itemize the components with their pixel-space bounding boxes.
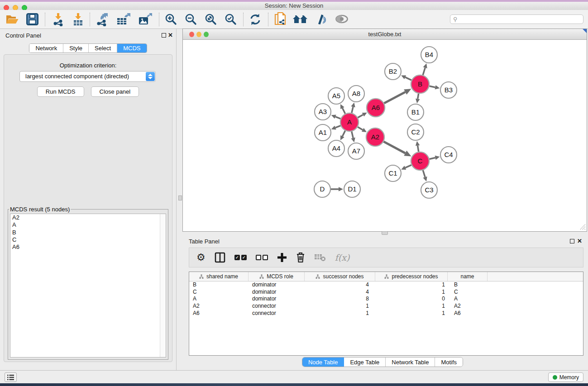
table-cell[interactable]: A6 (189, 310, 249, 317)
graph-edge-A-A8[interactable] (352, 107, 353, 113)
float-panel-icon[interactable] (570, 239, 574, 243)
table-cell[interactable]: 8 (305, 295, 375, 303)
table-cell[interactable]: A6 (448, 310, 488, 317)
graph-edge-A6-B[interactable] (384, 92, 406, 103)
table-cell[interactable]: 1 (375, 281, 448, 289)
network-canvas[interactable]: AA1A3A5A8A4A7A6A2BB1B2B3B4CC1C2C3C4DD1 (183, 40, 587, 231)
table-settings-icon[interactable]: ⚙ (196, 253, 206, 262)
column-header-MCDS-role[interactable]: MCDS role (249, 272, 305, 281)
criterion-select[interactable]: largest connected component (directed) (19, 71, 156, 82)
search-input[interactable] (450, 14, 583, 24)
table-row[interactable]: A2connector11A2 (189, 303, 583, 310)
mcds-result-item[interactable]: A2 (10, 214, 166, 221)
memory-button[interactable]: Memory (548, 372, 583, 382)
graph-edge-C-C3[interactable] (423, 170, 425, 177)
mcds-result-item[interactable]: B (10, 229, 166, 236)
open-network-file-icon[interactable] (274, 12, 287, 27)
apply-layout-icon[interactable] (249, 13, 262, 26)
scrollbar-track[interactable] (160, 214, 166, 357)
table-cell[interactable]: 1 (305, 310, 375, 317)
cyndex-icon[interactable] (315, 13, 327, 26)
show-columns-icon[interactable] (215, 252, 225, 263)
table-cell[interactable]: 1 (305, 303, 375, 310)
table-cell[interactable]: dominator (249, 289, 305, 296)
deselect-all-icon[interactable] (256, 255, 268, 260)
import-table-icon[interactable] (72, 13, 84, 26)
graph-edge-B-B4[interactable] (423, 68, 425, 75)
vertical-splitter-handle[interactable] (178, 195, 182, 200)
graph-edge-C-C2[interactable] (418, 146, 419, 152)
mcds-result-item[interactable]: A (10, 221, 166, 229)
column-header-name[interactable]: name (448, 272, 488, 281)
tab-edge-table[interactable]: Edge Table (344, 357, 386, 367)
column-header-shared-name[interactable]: shared name (189, 272, 249, 281)
graph-edge-A-A4[interactable] (342, 131, 345, 136)
network-window-titlebar[interactable]: testGlobe.txt (183, 29, 587, 40)
graph-edge-A-A7[interactable] (352, 131, 353, 138)
table-cell[interactable]: A2 (189, 303, 249, 310)
resize-grip-icon[interactable] (579, 224, 586, 230)
close-panel-icon[interactable]: ✕ (577, 238, 582, 244)
graph-edge-B-B2[interactable] (405, 77, 411, 80)
zoom-fit-icon[interactable] (205, 13, 217, 25)
mcds-result-list[interactable]: A2ABCA6 (10, 214, 166, 357)
close-panel-icon[interactable]: ✕ (168, 32, 173, 38)
zoom-selected-icon[interactable] (225, 13, 237, 25)
table-row[interactable]: Cdominator41C (189, 289, 583, 296)
table-cell[interactable]: 1 (375, 303, 448, 310)
table-row[interactable]: A6connector11A6 (189, 310, 583, 317)
close-panel-button[interactable]: Close panel (91, 86, 139, 97)
table-cell[interactable]: A (448, 295, 488, 303)
float-panel-icon[interactable] (162, 33, 166, 38)
graph-edge-A-A5[interactable] (342, 108, 345, 114)
zoom-out-icon[interactable] (185, 13, 197, 25)
select-all-icon[interactable]: ✓✓ (234, 255, 247, 260)
tab-select[interactable]: Select (89, 44, 117, 52)
tab-mcds[interactable]: MCDS (117, 44, 146, 52)
table-cell[interactable]: 4 (305, 281, 375, 289)
table-row[interactable]: Adominator80A (189, 295, 583, 303)
zoom-view-button[interactable] (204, 32, 209, 37)
run-mcds-button[interactable]: Run MCDS (37, 86, 84, 97)
table-cell[interactable]: C (189, 289, 249, 296)
table-cell[interactable]: A (189, 295, 249, 303)
table-cell[interactable]: A2 (448, 303, 488, 310)
export-network-icon[interactable] (96, 13, 109, 26)
table-cell[interactable]: B (189, 281, 249, 289)
table-cell[interactable]: B (448, 281, 488, 289)
create-column-icon[interactable] (277, 253, 287, 262)
table-cell[interactable]: 4 (305, 289, 375, 296)
graph-edge-A2-C[interactable] (384, 142, 406, 153)
graph-edge-C-C1[interactable] (405, 165, 411, 168)
graph-edge-A-A2[interactable] (358, 127, 363, 130)
table-cell[interactable]: 0 (375, 295, 448, 303)
close-view-button[interactable] (189, 32, 194, 37)
column-header-predecessor-nodes[interactable]: predecessor nodes (375, 272, 448, 281)
graph-edge-C-C4[interactable] (429, 158, 435, 159)
save-session-icon[interactable] (26, 13, 38, 25)
mcds-result-item[interactable]: A6 (10, 243, 166, 251)
column-header-successor-nodes[interactable]: successor nodes (305, 272, 375, 281)
table-row[interactable]: Bdominator41B (189, 281, 583, 289)
table-cell[interactable]: dominator (249, 295, 305, 303)
minimize-view-button[interactable] (196, 32, 201, 37)
tab-style[interactable]: Style (63, 44, 89, 52)
table-cell[interactable]: connector (249, 303, 305, 310)
home-network-icon[interactable] (292, 14, 308, 25)
table-cell[interactable]: 1 (375, 289, 448, 296)
import-network-icon[interactable] (52, 13, 64, 26)
graph-edge-B-B3[interactable] (430, 86, 435, 87)
tab-network-table[interactable]: Network Table (386, 357, 435, 367)
table-cell[interactable]: C (448, 289, 488, 296)
tab-network[interactable]: Network (29, 44, 63, 52)
export-table-icon[interactable] (116, 13, 131, 26)
zoom-in-icon[interactable] (165, 13, 177, 25)
horizontal-splitter-handle[interactable] (382, 231, 388, 235)
open-session-icon[interactable] (5, 14, 19, 25)
tab-motifs[interactable]: Motifs (435, 357, 463, 367)
export-image-icon[interactable] (138, 13, 153, 26)
table-cell[interactable]: dominator (249, 281, 305, 289)
mcds-result-item[interactable]: C (10, 236, 166, 243)
tab-node-table[interactable]: Node Table (302, 357, 344, 367)
graph-edge-A-A3[interactable] (335, 117, 340, 119)
